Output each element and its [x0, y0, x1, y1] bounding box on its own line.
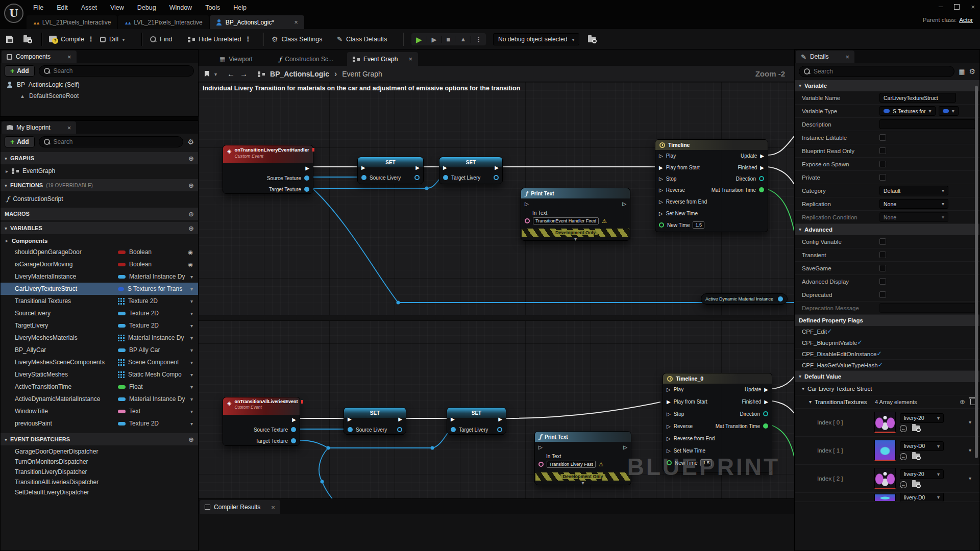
chevron-down-icon[interactable]	[190, 396, 193, 402]
visibility-eye-icon[interactable]	[188, 249, 193, 255]
node-get-active-dynamic-material-instance[interactable]: Active Dynamic Material Instance	[701, 293, 788, 305]
data-out-pin[interactable]	[304, 187, 309, 192]
data-in-pin[interactable]	[348, 427, 353, 432]
data-in-pin[interactable]	[451, 427, 456, 432]
variable-type-dropdown[interactable]: S Textures for	[879, 106, 936, 116]
browse-button[interactable]	[23, 29, 31, 49]
enum-out-pin[interactable]	[759, 176, 764, 181]
variable-row[interactable]: isGarageDoorMoving Boolean	[1, 258, 198, 270]
menu-view[interactable]: View	[104, 0, 131, 15]
play-options-icon[interactable]	[471, 36, 486, 43]
menu-help[interactable]: Help	[227, 0, 253, 15]
add-graph-icon[interactable]	[188, 155, 194, 162]
exec-in-pin[interactable]	[361, 165, 365, 170]
add-dispatcher-icon[interactable]	[188, 436, 194, 443]
variable-row[interactable]: TargetLivery Texture 2D	[1, 319, 198, 332]
expander-icon[interactable]	[6, 168, 8, 174]
chevron-down-icon[interactable]	[190, 420, 193, 427]
variable-name-field[interactable]: CarLiveryTextureStruct	[879, 93, 956, 103]
print-text-value[interactable]: Transition Livery Fast	[547, 461, 596, 468]
my-blueprint-search[interactable]	[39, 136, 184, 147]
variable-row[interactable]: shouldOpenGarageDoor Boolean	[1, 246, 198, 258]
variable-row[interactable]: BP_AllyCar BP Ally Car	[1, 344, 198, 356]
deprecated-checkbox[interactable]	[879, 291, 886, 298]
transient-checkbox[interactable]	[879, 252, 886, 258]
my-blueprint-tab[interactable]: My Blueprint	[2, 121, 76, 134]
exec-in-pin[interactable]	[538, 444, 543, 450]
savegame-checkbox[interactable]	[879, 265, 886, 271]
event-graph-canvas[interactable]: Individual Livery Transition for materia…	[199, 82, 794, 551]
stop-button[interactable]	[442, 36, 455, 43]
component-row-self[interactable]: BP_ActionsLogic (Self)	[1, 79, 198, 90]
collapse-icon[interactable]	[809, 399, 812, 405]
close-tab-icon[interactable]	[67, 124, 71, 131]
class-defaults-button[interactable]: Class Defaults	[337, 29, 387, 49]
menu-file[interactable]: File	[27, 0, 50, 15]
dispatcher-row[interactable]: GarageDoorOpenerDispatcher	[1, 446, 198, 457]
livery-thumbnail[interactable]	[874, 494, 896, 501]
config-variable-checkbox[interactable]	[879, 238, 886, 245]
description-field[interactable]	[879, 119, 975, 129]
exec-out-pin[interactable]	[495, 165, 499, 170]
chevron-down-icon[interactable]	[190, 371, 193, 378]
exec-out-pin[interactable]	[764, 399, 768, 405]
variable-row[interactable]: ActiveTransitionTime Float	[1, 381, 198, 393]
float-in-pin[interactable]	[659, 222, 664, 228]
livery-thumbnail[interactable]	[874, 468, 896, 489]
data-out-pin[interactable]	[778, 296, 783, 302]
enum-out-pin[interactable]	[763, 411, 768, 416]
parent-class-link[interactable]: Actor	[959, 17, 973, 23]
minimize-button[interactable]: ─	[939, 3, 943, 10]
details-scrollbar[interactable]	[975, 86, 978, 458]
details-tab[interactable]: Details	[796, 51, 854, 63]
variable-section-header[interactable]: Variable	[795, 80, 979, 91]
chevron-down-icon[interactable]	[190, 384, 193, 390]
node-set-target-livery[interactable]: SET Target Livery	[439, 157, 503, 184]
exec-out-pin[interactable]	[398, 416, 402, 422]
row-struct[interactable]: Car Livery Texture Struct	[795, 382, 979, 395]
components-category-row[interactable]: Components	[1, 235, 198, 246]
print-text-value[interactable]: TransitionEvent Handler Fired	[533, 217, 599, 224]
expand-row-icon[interactable]	[969, 419, 971, 425]
construction-script-row[interactable]: ConstructionScript	[1, 192, 198, 206]
menu-window[interactable]: Window	[163, 0, 199, 15]
save-button[interactable]	[6, 29, 13, 49]
chevron-down-icon[interactable]	[190, 298, 193, 304]
variable-row[interactable]: Transitional Textures Texture 2D	[1, 295, 198, 307]
display-filter-icon[interactable]	[959, 68, 965, 75]
exec-out-pin[interactable]	[498, 416, 502, 422]
compile-options-icon[interactable]	[88, 36, 94, 43]
exec-out-pin[interactable]	[760, 153, 764, 159]
asset-dropdown[interactable]: livery-D0	[900, 493, 944, 502]
macros-section-header[interactable]: MACROS	[1, 208, 198, 220]
chevron-down-icon[interactable]	[190, 322, 193, 329]
category-dropdown[interactable]: Default	[879, 186, 948, 195]
replication-dropdown[interactable]: None	[879, 199, 948, 209]
row-array[interactable]: TransitionalTextures 4 Array elements	[795, 395, 979, 409]
forward-icon[interactable]	[240, 70, 248, 78]
text-in-pin[interactable]	[525, 218, 530, 223]
variable-row[interactable]: LiveryMaterialInstance Material Instance…	[1, 270, 198, 283]
event-graph-row[interactable]: EventGraph	[1, 164, 198, 177]
diff-button[interactable]: Diff	[100, 29, 125, 49]
components-search-input[interactable]	[54, 67, 189, 74]
exec-in-pin[interactable]	[659, 199, 663, 205]
private-checkbox[interactable]	[879, 174, 886, 181]
add-function-icon[interactable]	[188, 182, 194, 189]
variable-row[interactable]: ActiveDynamicMaterialInstance Material I…	[1, 393, 198, 405]
breadcrumb-root[interactable]: BP_ActionsLogic	[270, 70, 329, 78]
livery-thumbnail[interactable]	[874, 440, 896, 461]
expand-row-icon[interactable]	[969, 475, 971, 482]
chevron-down-icon[interactable]	[190, 335, 193, 341]
node-print-text-2[interactable]: Print Text In Text Transition Livery Fas…	[534, 431, 631, 485]
exec-in-pin[interactable]	[659, 211, 663, 216]
bookmark-icon[interactable]	[205, 71, 209, 77]
exec-out-pin[interactable]	[764, 387, 768, 392]
data-out-pin[interactable]	[291, 438, 296, 443]
maximize-button[interactable]	[954, 4, 960, 10]
exec-out-pin[interactable]	[760, 165, 764, 170]
frame-skip-button[interactable]	[427, 36, 442, 43]
exec-in-pin[interactable]	[451, 416, 455, 422]
event-dispatchers-section-header[interactable]: EVENT DISPATCHERS	[1, 433, 198, 445]
variable-row[interactable]: LiveryStaticMeshes Static Mesh Compo	[1, 368, 198, 381]
